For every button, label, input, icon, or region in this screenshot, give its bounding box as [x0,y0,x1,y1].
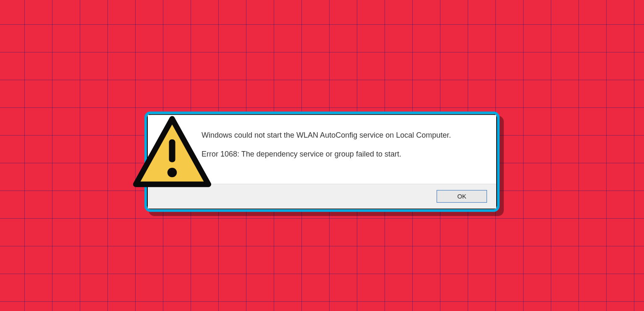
dialog-body: Windows could not start the WLAN AutoCon… [148,115,496,183]
error-dialog: Windows could not start the WLAN AutoCon… [144,111,500,212]
dialog-message: Windows could not start the WLAN AutoCon… [202,130,451,173]
dialog-message-line-1: Windows could not start the WLAN AutoCon… [202,130,451,140]
dialog-frame: Windows could not start the WLAN AutoCon… [144,111,500,212]
ok-button[interactable]: OK [437,190,487,202]
dialog-message-line-2: Error 1068: The dependency service or gr… [202,149,451,159]
dialog-footer: OK [148,183,496,208]
